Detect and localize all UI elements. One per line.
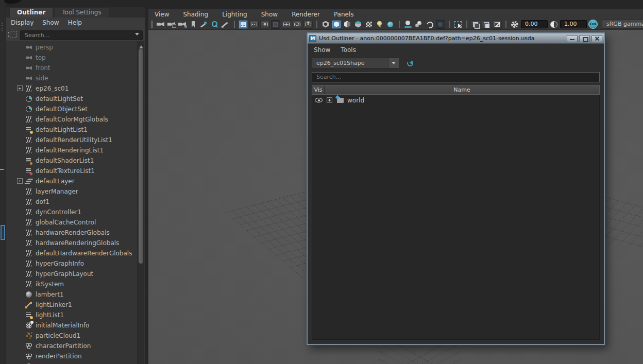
smooth-shade-button[interactable] xyxy=(332,20,341,29)
expand-toggle-icon[interactable] xyxy=(17,85,23,91)
outliner-item-hardwareRenderingGlobals[interactable]: hardwareRenderingGlobals xyxy=(6,238,145,248)
resolution-gate-button[interactable] xyxy=(260,20,269,29)
expand-toggle-icon[interactable] xyxy=(327,97,332,103)
shadows-button[interactable] xyxy=(403,20,413,29)
occlusion-button[interactable] xyxy=(414,20,424,29)
zoom-region-icon[interactable] xyxy=(210,20,219,29)
color-management-toggle[interactable]: ON xyxy=(588,20,598,29)
tab-outliner[interactable]: Outliner xyxy=(9,7,53,18)
image-plane-icon[interactable] xyxy=(199,20,209,29)
safe-action-button[interactable] xyxy=(293,20,302,29)
wireframe-button[interactable] xyxy=(321,20,330,29)
expand-toggle-icon[interactable] xyxy=(17,178,23,184)
usd-window-titlebar[interactable]: M Usd Outliner - anon:000000007BEA1BF0:d… xyxy=(308,33,604,44)
multisample-button[interactable] xyxy=(436,20,445,29)
menu-show[interactable]: Show xyxy=(42,19,59,26)
menu-help[interactable]: Help xyxy=(68,19,82,26)
contrast-icon[interactable] xyxy=(549,20,559,29)
search-dropdown-icon[interactable] xyxy=(135,33,139,38)
outliner-item-hyperGraphLayout[interactable]: hyperGraphLayout xyxy=(6,269,145,279)
exposure-field[interactable]: 0.00 xyxy=(521,20,548,28)
object-selection-icon[interactable] xyxy=(453,20,463,29)
outliner-item-side[interactable]: side xyxy=(6,73,145,83)
menu-view[interactable]: View xyxy=(155,11,169,18)
outliner-item-defaultLayer[interactable]: defaultLayer xyxy=(6,176,145,186)
menu-show-viewport[interactable]: Show xyxy=(261,11,278,18)
textured-button[interactable] xyxy=(353,20,363,29)
outliner-item-characterPartition[interactable]: characterPartition xyxy=(6,341,145,351)
toolbox-dash-icon[interactable] xyxy=(0,169,4,170)
outliner-item-defaultObjectSet[interactable]: defaultObjectSet xyxy=(6,104,145,114)
view-mask-button[interactable] xyxy=(482,20,491,29)
minimize-button[interactable] xyxy=(567,35,578,42)
toolbox-active-tool-slot[interactable] xyxy=(1,225,5,240)
select-camera-icon[interactable] xyxy=(156,20,165,29)
outliner-item-defaultRenderUtilityList1[interactable]: defaultRenderUtilityList1 xyxy=(6,135,145,145)
outliner-item-ep26_sc01[interactable]: ep26_sc01 xyxy=(6,83,145,94)
outliner-search-input[interactable] xyxy=(20,30,143,40)
outliner-item-particleCloud1[interactable]: particleCloud1 xyxy=(6,331,145,341)
outliner-item-initialMaterialInfo[interactable]: initialMaterialInfo xyxy=(6,320,145,331)
film-gate-button[interactable] xyxy=(249,20,259,29)
outliner-item[interactable] xyxy=(6,361,145,364)
outliner-item-hardwareRenderGlobals[interactable]: hardwareRenderGlobals xyxy=(6,228,145,238)
outliner-item-defaultColorMgtGlobals[interactable]: defaultColorMgtGlobals xyxy=(6,114,145,125)
lighting-button[interactable] xyxy=(375,20,384,29)
visibility-eye-icon[interactable] xyxy=(315,97,323,103)
maximize-button[interactable] xyxy=(579,35,590,42)
shape-selector[interactable]: ep26_sc01Shape xyxy=(312,58,399,68)
usd-search-input[interactable] xyxy=(312,72,600,82)
menu-display[interactable]: Display xyxy=(11,19,33,26)
motion-blur-button[interactable] xyxy=(425,20,434,29)
lock-camera-icon[interactable] xyxy=(167,20,176,29)
use-default-material-button[interactable] xyxy=(364,20,374,29)
outliner-item-defaultLightList1[interactable]: defaultLightList1 xyxy=(6,125,145,135)
close-button[interactable] xyxy=(591,35,602,42)
exposure-icon[interactable] xyxy=(510,20,519,29)
outliner-item-top[interactable]: top xyxy=(6,53,145,63)
gamma-field[interactable]: 1.00 xyxy=(560,20,587,28)
menu-usd-show[interactable]: Show xyxy=(314,46,330,54)
outliner-item-label: lightList1 xyxy=(36,311,64,319)
filter-icon[interactable] xyxy=(9,30,18,39)
toolbox-grip-icon[interactable] xyxy=(2,23,3,31)
grid-button[interactable] xyxy=(239,20,248,29)
chevron-down-icon[interactable] xyxy=(388,58,399,68)
outliner-item-lightList1[interactable]: lightList1 xyxy=(6,310,145,320)
textures-button[interactable] xyxy=(386,20,395,29)
outliner-item-persp[interactable]: persp xyxy=(6,42,145,53)
menu-usd-tools[interactable]: Tools xyxy=(341,46,356,54)
outliner-item-lightLinker1[interactable]: lightLinker1 xyxy=(6,300,145,310)
isolate-select-button[interactable] xyxy=(471,20,480,29)
field-chart-button[interactable] xyxy=(282,20,291,29)
outliner-item-layerManager[interactable]: layerManager xyxy=(6,186,145,197)
bookmark-icon[interactable] xyxy=(189,20,198,29)
wireframe-on-shaded-button[interactable] xyxy=(343,20,352,29)
outliner-item-dof1[interactable]: dof1 xyxy=(6,197,145,207)
colorspace-select[interactable]: sRGB gamma xyxy=(602,20,643,29)
annotate-button[interactable] xyxy=(493,20,502,29)
grease-pencil-icon[interactable] xyxy=(221,20,230,29)
tree-row-world[interactable]: world xyxy=(312,95,599,106)
gate-mask-button[interactable] xyxy=(271,20,280,29)
outliner-item-defaultRenderingList1[interactable]: defaultRenderingList1 xyxy=(6,145,145,155)
outliner-item-globalCacheControl[interactable]: globalCacheControl xyxy=(6,217,145,228)
menu-lighting[interactable]: Lighting xyxy=(222,11,247,18)
safe-title-button[interactable] xyxy=(303,20,313,29)
outliner-item-renderPartition[interactable]: renderPartition xyxy=(6,351,145,361)
outliner-item-defaultHardwareRenderGlobals[interactable]: defaultHardwareRenderGlobals xyxy=(6,248,145,258)
refresh-icon[interactable] xyxy=(406,59,414,67)
outliner-item-defaultShaderList1[interactable]: defaultShaderList1 xyxy=(6,155,145,166)
tab-tool-settings[interactable]: Tool Settings xyxy=(54,7,109,18)
outliner-item-front[interactable]: front xyxy=(6,63,145,73)
menu-renderer[interactable]: Renderer xyxy=(292,11,320,18)
outliner-item-dynController1[interactable]: dynController1 xyxy=(6,207,145,217)
outliner-item-defaultLightSet[interactable]: defaultLightSet xyxy=(6,94,145,104)
outliner-item-ikSystem[interactable]: ikSystem xyxy=(6,279,145,289)
outliner-item-defaultTextureList1[interactable]: defaultTextureList1 xyxy=(6,166,145,176)
menu-panels[interactable]: Panels xyxy=(334,11,354,18)
outliner-item-lambert1[interactable]: lambert1 xyxy=(6,289,145,300)
menu-shading[interactable]: Shading xyxy=(183,11,208,18)
outliner-item-hyperGraphInfo[interactable]: hyperGraphInfo xyxy=(6,258,145,269)
camera-attributes-icon[interactable] xyxy=(178,20,187,29)
